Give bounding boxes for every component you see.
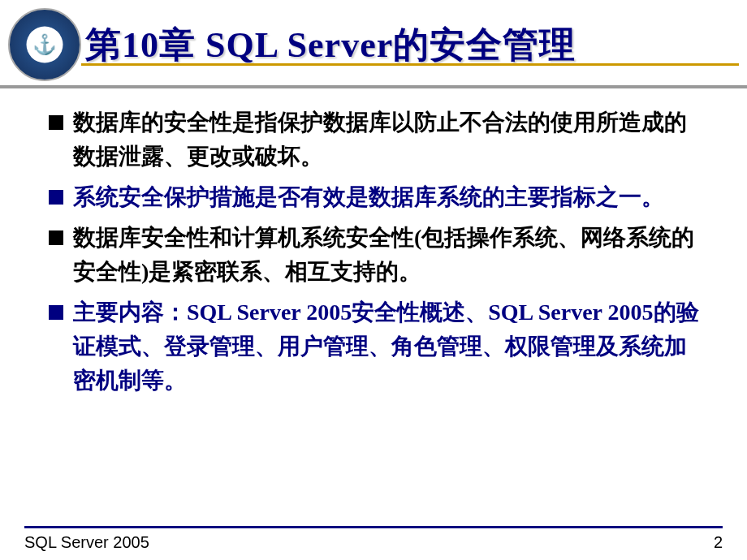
title-underline <box>81 63 739 66</box>
bullet-item-1: 数据库的安全性是指保护数据库以防止不合法的使用所造成的数据泄露、更改或破坏。 <box>49 106 706 174</box>
bullet-text-3: 数据库安全性和计算机系统安全性(包括操作系统、网络系统的安全性)是紧密联系、相互… <box>73 221 706 289</box>
bullet-square-icon <box>49 305 63 320</box>
bullet-text-4: 主要内容：SQL Server 2005安全性概述、SQL Server 200… <box>73 295 706 398</box>
bullet-label: 主要内容 <box>73 299 164 325</box>
bullet-square-icon <box>49 115 63 130</box>
bullet-item-4: 主要内容：SQL Server 2005安全性概述、SQL Server 200… <box>49 295 706 398</box>
slide-content: 数据库的安全性是指保护数据库以防止不合法的使用所造成的数据泄露、更改或破坏。 系… <box>0 81 747 398</box>
slide-title: 第10章 SQL Server的安全管理 <box>85 21 576 69</box>
bullet-item-3: 数据库安全性和计算机系统安全性(包括操作系统、网络系统的安全性)是紧密联系、相互… <box>49 221 706 289</box>
slide-header: 第10章 SQL Server的安全管理 <box>0 0 747 81</box>
slide-footer: SQL Server 2005 2 <box>0 529 747 560</box>
bullet-square-icon <box>49 230 63 245</box>
bullet-text-2: 系统安全保护措施是否有效是数据库系统的主要指标之一。 <box>73 180 664 214</box>
bullet-square-icon <box>49 190 63 205</box>
header-divider <box>0 85 747 88</box>
bullet-content: ：SQL Server 2005安全性概述、SQL Server 2005的验证… <box>73 299 699 393</box>
university-logo <box>8 8 81 81</box>
footer-text: SQL Server 2005 <box>24 533 149 552</box>
bullet-text-1: 数据库的安全性是指保护数据库以防止不合法的使用所造成的数据泄露、更改或破坏。 <box>73 106 706 174</box>
bullet-item-2: 系统安全保护措施是否有效是数据库系统的主要指标之一。 <box>49 180 706 214</box>
footer-divider <box>24 526 723 528</box>
page-number: 2 <box>714 533 723 552</box>
